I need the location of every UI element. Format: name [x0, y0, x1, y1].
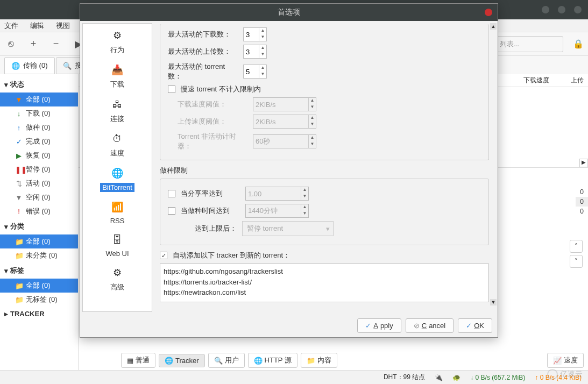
seedtime-checkbox[interactable]	[168, 207, 175, 215]
window-control-dot[interactable]	[542, 6, 549, 13]
detail-tabs: ▦普通 🌐Tracker 🔍用户 🌐HTTP 源 📁内容 📈速度	[121, 353, 584, 368]
sidebar-item-label: 活动 (0)	[26, 179, 51, 188]
chart-icon: 📈	[553, 357, 562, 365]
prefs-nav-item[interactable]: 📥下载	[83, 58, 152, 93]
seedtime-spin: ▲▼	[245, 204, 309, 218]
slow-torrents-checkbox[interactable]	[168, 86, 175, 93]
col-ul-speed[interactable]: 上传	[571, 76, 584, 85]
open-link-icon[interactable]: ⎋	[4, 38, 17, 49]
lbl-trackers: 自动添加以下 tracker 到新的 torrent：	[173, 251, 290, 260]
nav-icon: ⚙	[110, 265, 125, 280]
seed-limit-header: 做种限制	[160, 166, 489, 175]
prefs-content: ▲▼ 最大活动的下载数： ▲▼ 最大活动的上传数： ▲▼ 最大活动的 torre…	[154, 21, 498, 314]
apply-button[interactable]: ✓Apply	[357, 318, 401, 333]
check-icon: ✓	[365, 322, 371, 330]
sidebar-header-tags[interactable]: ▾ 标签	[0, 262, 78, 279]
sidebar-header-tracker[interactable]: ▸ TRACKER	[0, 307, 78, 321]
max-torrents-spin[interactable]: ▲▼	[243, 65, 267, 79]
sidebar: ▾ 状态 ▼全部 (0)↓下载 (0)↑做种 (0)✓完成 (0)▶恢复 (0)…	[0, 74, 79, 370]
nav-label: 下载	[110, 80, 124, 89]
menu-view[interactable]: 视图	[54, 20, 72, 32]
sidebar-header-categories[interactable]: ▾ 分类	[0, 218, 78, 234]
sidebar-item[interactable]: ▶恢复 (0)	[0, 148, 78, 162]
prefs-nav-item[interactable]: ⚙行为	[83, 24, 152, 58]
ok-button[interactable]: ✓OK	[458, 318, 492, 333]
ul-thresh-spin: ▲▼	[253, 115, 316, 129]
max-upload-spin[interactable]: ▲▼	[243, 45, 267, 59]
window-control-dot[interactable]	[558, 6, 565, 13]
tab-transfers[interactable]: 🌐 传输 (0)	[4, 57, 55, 74]
scroll-right-icon[interactable]: ▶	[579, 159, 588, 167]
alt-speed-icon[interactable]: 🐢	[452, 374, 461, 381]
dialog-title: 首选项	[278, 8, 300, 17]
plug-icon[interactable]: 🔌	[435, 374, 443, 381]
prefs-nav-item[interactable]: 🗄Web UI	[83, 228, 152, 261]
sidebar-item-label: 下载 (0)	[26, 109, 51, 118]
sidebar-icon: ▶	[15, 152, 23, 160]
dl-speed-status: ↓ 0 B/s (657.2 MiB)	[470, 374, 525, 381]
sidebar-icon: ↓	[15, 110, 23, 118]
sidebar-item[interactable]: ⇅活动 (0)	[0, 176, 78, 190]
prefs-nav-item[interactable]: 🖧连接	[83, 93, 152, 127]
nav-label: RSS	[110, 217, 125, 225]
menu-file[interactable]: 文件	[2, 20, 20, 32]
tab-content[interactable]: 📁内容	[301, 353, 337, 368]
sidebar-item[interactable]: 📁无标签 (0)	[0, 293, 78, 307]
action-select: 暂停 torrent	[242, 221, 334, 236]
nav-label: BitTorrent	[100, 183, 134, 192]
lbl-max-ul: 最大活动的上传数：	[168, 47, 238, 56]
dialog-titlebar[interactable]: 首选项	[80, 4, 498, 21]
sidebar-item[interactable]: ↓下载 (0)	[0, 106, 78, 120]
message-row: 0	[576, 207, 588, 216]
nav-label: 行为	[110, 45, 124, 55]
ratio-checkbox[interactable]	[168, 190, 175, 197]
tab-peers[interactable]: 🔍用户	[208, 353, 245, 368]
tab-speed[interactable]: 📈速度	[547, 353, 584, 368]
sidebar-item[interactable]: ▼空闲 (0)	[0, 190, 78, 204]
menu-edit[interactable]: 编辑	[28, 20, 46, 32]
sidebar-icon: !	[15, 208, 23, 216]
lock-icon[interactable]: 🔒	[573, 39, 584, 49]
col-dl-speed[interactable]: 下载速度	[523, 76, 549, 85]
nav-icon: 📥	[110, 62, 125, 77]
folder-icon: 📁	[307, 357, 315, 365]
add-icon[interactable]: +	[27, 38, 40, 49]
prefs-nav-item[interactable]: ⚙高级	[83, 261, 152, 295]
move-up-button[interactable]: ˄	[570, 240, 583, 253]
trackers-textarea[interactable]: https://github.com/ngosang/trackerslisth…	[160, 264, 489, 302]
tab-http[interactable]: 🌐HTTP 源	[248, 353, 297, 368]
sidebar-header-status[interactable]: ▾ 状态	[0, 76, 78, 93]
sidebar-item[interactable]: ✓完成 (0)	[0, 134, 78, 148]
sidebar-item[interactable]: ↑做种 (0)	[0, 120, 78, 134]
close-icon[interactable]	[485, 9, 492, 16]
tab-tracker[interactable]: 🌐Tracker	[159, 354, 205, 367]
preferences-dialog: 首选项 ⚙行为📥下载🖧连接⏱速度🌐BitTorrent📶RSS🗄Web UI⚙高…	[80, 3, 498, 338]
queue-nav: ˄ ˅	[570, 240, 583, 268]
sidebar-item[interactable]: ▼全部 (0)	[0, 93, 78, 106]
sidebar-icon: 📁	[15, 238, 23, 246]
nav-icon: 🗄	[110, 232, 125, 247]
sidebar-item[interactable]: 📁未分类 (0)	[0, 248, 78, 262]
prefs-nav-item[interactable]: 📶RSS	[83, 195, 152, 228]
sidebar-item[interactable]: 📁全部 (0)	[0, 234, 78, 248]
scroll-up-icon[interactable]: ▲	[490, 23, 497, 30]
max-download-spin[interactable]: ▲▼	[243, 27, 267, 41]
dialog-buttons: ✓Apply ⊘Cancel ✓OK	[80, 314, 498, 337]
lbl-idle: Torrent 非活动计时器：	[178, 132, 247, 151]
sidebar-item[interactable]: !错误 (0)	[0, 204, 78, 218]
cancel-button[interactable]: ⊘Cancel	[406, 318, 454, 333]
lbl-max-torrents: 最大活动的 torrent 数：	[168, 62, 238, 81]
auto-add-trackers-checkbox[interactable]	[160, 252, 167, 259]
sidebar-item-label: 恢复 (0)	[26, 151, 51, 160]
move-down-button[interactable]: ˅	[570, 255, 583, 268]
nav-icon: ⚙	[110, 28, 125, 43]
prefs-nav-item[interactable]: 🌐BitTorrent	[83, 161, 152, 195]
tab-general[interactable]: ▦普通	[121, 353, 155, 368]
remove-icon[interactable]: −	[49, 38, 62, 49]
sidebar-item[interactable]: ❚❚暂停 (0)	[0, 162, 78, 176]
scroll-down-icon[interactable]: ▼	[490, 299, 497, 305]
sidebar-item[interactable]: 📁全部 (0)	[0, 279, 78, 293]
window-control-dot[interactable]	[574, 6, 582, 13]
prefs-nav-item[interactable]: ⏱速度	[83, 127, 152, 161]
sidebar-item-label: 全部 (0)	[26, 281, 51, 290]
